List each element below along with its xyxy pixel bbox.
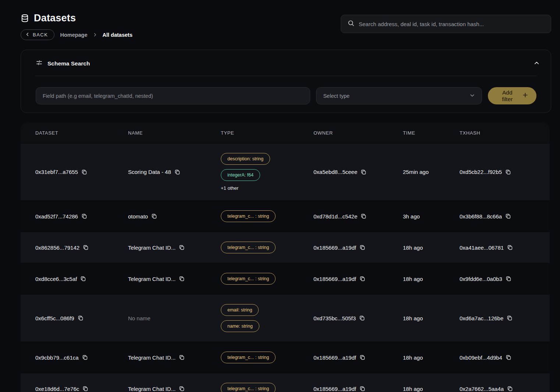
time-value: 18h ago [403, 386, 423, 392]
table-row[interactable]: 0x9cbb79...c61ca Telegram Chat ID... tel… [21, 342, 550, 373]
dataset-id: 0x862856...79142 [35, 245, 79, 251]
copy-name-icon[interactable] [179, 386, 185, 392]
owner-address: 0x185669...a19df [313, 386, 356, 392]
copy-owner-icon[interactable] [361, 169, 366, 175]
copy-owner-icon[interactable] [359, 315, 365, 321]
owner-cell: 0xd78d1d...c542e [313, 213, 403, 220]
copy-txhash-icon[interactable] [507, 386, 513, 392]
time-value: 18h ago [403, 354, 423, 361]
table-row[interactable]: 0xe18d6d...7e76c Telegram Chat ID... tel… [21, 373, 550, 392]
txhash-cell: 0xd6a7ac...126be [460, 315, 550, 321]
copy-dataset-icon[interactable] [81, 169, 87, 175]
copy-txhash-icon[interactable] [506, 354, 511, 360]
table-row[interactable]: 0x6cff5c...086f9 No name email: stringna… [21, 294, 550, 342]
owner-cell: 0x185669...a19df [313, 276, 403, 282]
time-cell: 18h ago [403, 315, 460, 321]
back-label: BACK [33, 32, 48, 38]
more-types-label: +1 other [221, 185, 238, 191]
type-badge: telegram_c... : string [221, 352, 276, 363]
time-cell: 25min ago [403, 169, 460, 175]
copy-txhash-icon[interactable] [505, 169, 511, 175]
global-search-bar[interactable] [341, 15, 551, 33]
table-row[interactable]: 0x862856...79142 Telegram Chat ID... tel… [21, 232, 550, 263]
copy-txhash-icon[interactable] [506, 276, 511, 282]
name-cell: Telegram Chat ID... [128, 276, 221, 282]
type-badge: email: string [221, 304, 259, 316]
txhash-cell: 0xa41aee...06781 [460, 245, 550, 251]
dataset-id: 0xe18d6d...7e76c [35, 386, 79, 392]
copy-name-icon[interactable] [179, 276, 185, 282]
copy-txhash-icon[interactable] [505, 213, 511, 219]
add-filter-button[interactable]: Add filter [488, 87, 536, 104]
table-row[interactable]: 0xd8cce6...3c5af Telegram Chat ID... tel… [21, 263, 550, 294]
name-cell: Telegram Chat ID... [128, 245, 221, 251]
type-select[interactable]: Select type [316, 87, 482, 104]
copy-name-icon[interactable] [151, 213, 157, 219]
owner-address: 0x185669...a19df [313, 354, 356, 361]
owner-cell: 0x185669...a19df [313, 386, 403, 392]
table-row[interactable]: 0xad52f7...74286 otomato telegram_c... :… [21, 200, 550, 232]
copy-owner-icon[interactable] [359, 386, 365, 392]
chevron-down-icon [469, 93, 475, 99]
owner-address: 0xa5ebd8...5ceee [313, 169, 357, 175]
dataset-id: 0xd8cce6...3c5af [35, 276, 77, 282]
txhash-value: 0xd5cb22...f92b5 [460, 169, 502, 175]
txhash-value: 0xb09ebf...4d9b4 [460, 354, 502, 361]
copy-txhash-icon[interactable] [507, 245, 513, 250]
copy-txhash-icon[interactable] [507, 315, 513, 321]
breadcrumb-homepage[interactable]: Homepage [60, 32, 87, 38]
dataset-cell: 0x862856...79142 [35, 245, 128, 251]
type-cell: telegram_c... : string [221, 263, 313, 294]
dataset-name: No name [128, 315, 150, 321]
dataset-id: 0x9cbb79...c61ca [35, 354, 79, 361]
dataset-id: 0xad52f7...74286 [35, 213, 78, 220]
copy-dataset-icon[interactable] [80, 276, 86, 282]
copy-name-icon[interactable] [179, 354, 185, 360]
copy-dataset-icon[interactable] [83, 245, 89, 250]
dataset-name: Telegram Chat ID... [128, 386, 176, 392]
dataset-cell: 0x6cff5c...086f9 [35, 315, 128, 321]
copy-name-icon[interactable] [179, 245, 185, 250]
dataset-name: Telegram Chat ID... [128, 354, 176, 361]
copy-dataset-icon[interactable] [82, 386, 88, 392]
type-cell: telegram_c... : string [221, 201, 313, 232]
page-title: Datasets [34, 13, 76, 24]
dataset-id: 0x31ebf7...a7655 [35, 169, 78, 175]
type-badge: telegram_c... : string [221, 273, 276, 285]
type-select-value: Select type [323, 93, 350, 99]
copy-dataset-icon[interactable] [78, 315, 84, 321]
table-row[interactable]: 0x31ebf7...a7655 Scoring Data - 48 descr… [21, 143, 550, 200]
type-cell: email: stringname: string [221, 295, 313, 342]
type-cell: description: stringintegerA: f64+1 other [221, 143, 313, 200]
copy-dataset-icon[interactable] [81, 213, 87, 219]
filter-controls: Select type Add filter [21, 76, 551, 113]
field-path-input[interactable] [36, 87, 310, 104]
copy-owner-icon[interactable] [359, 354, 365, 360]
chevron-up-icon [534, 60, 540, 67]
txhash-value: 0x3b6f88...8c66a [460, 213, 502, 220]
filter-sliders-icon [36, 59, 43, 68]
datasets-table: DATASET NAME TYPE OWNER TIME TXHASH 0x31… [21, 122, 550, 392]
name-cell: otomato [128, 213, 221, 220]
column-header-time: TIME [403, 130, 460, 136]
search-input[interactable] [359, 21, 544, 27]
column-header-owner: OWNER [313, 130, 403, 136]
copy-owner-icon[interactable] [359, 276, 365, 282]
back-button[interactable]: BACK [21, 29, 54, 40]
owner-address: 0x185669...a19df [313, 245, 356, 251]
type-badge: telegram_c... : string [221, 210, 276, 222]
dataset-cell: 0xd8cce6...3c5af [35, 276, 128, 282]
schema-search-header[interactable]: Schema Search [21, 50, 551, 76]
copy-dataset-icon[interactable] [82, 354, 88, 360]
dataset-id: 0x6cff5c...086f9 [35, 315, 74, 321]
schema-search-title: Schema Search [47, 60, 90, 67]
copy-owner-icon[interactable] [359, 245, 365, 250]
copy-name-icon[interactable] [174, 169, 180, 175]
type-badge: description: string [221, 153, 270, 165]
copy-owner-icon[interactable] [361, 213, 366, 219]
collapse-panel-button[interactable] [534, 60, 540, 67]
column-header-txhash: TXHASH [460, 130, 550, 136]
plus-icon [522, 92, 528, 99]
table-body: 0x31ebf7...a7655 Scoring Data - 48 descr… [21, 143, 550, 392]
type-cell: telegram_c... : string [221, 373, 313, 392]
